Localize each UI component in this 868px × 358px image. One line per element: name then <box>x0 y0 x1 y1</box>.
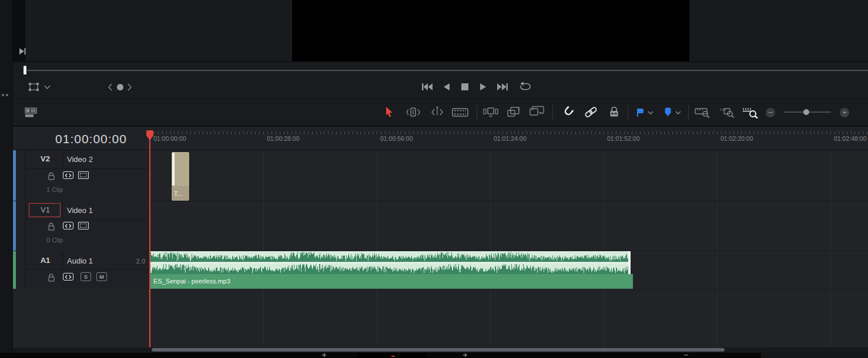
ruler-timecode-label: 01:01:52:00 <box>607 135 639 142</box>
overwrite-clip-icon[interactable] <box>506 106 521 117</box>
bottom-panel-fragment <box>761 353 868 358</box>
last-frame-button[interactable] <box>497 83 508 91</box>
viewer-scrubber-handle[interactable] <box>24 66 26 75</box>
marker-dot-icon[interactable] <box>117 84 123 90</box>
insert-clip-icon[interactable] <box>483 107 498 117</box>
position-lock-icon[interactable] <box>608 106 621 117</box>
ruler-tick <box>826 131 827 134</box>
transform-tool-icon[interactable] <box>28 82 39 92</box>
ruler-tick <box>401 131 401 134</box>
ruler-tick <box>587 131 588 134</box>
track-autoselect-button[interactable] <box>63 222 73 229</box>
play-reverse-button[interactable] <box>443 83 450 91</box>
ruler-tick <box>721 131 722 134</box>
ruler-tick <box>296 131 296 134</box>
first-frame-button[interactable] <box>421 83 433 91</box>
track-lock-icon[interactable] <box>47 172 56 180</box>
playhead-timecode: 01:00:00:00 <box>35 132 147 146</box>
track-autoselect-button[interactable] <box>63 273 73 281</box>
viewer-scrubber-track[interactable] <box>27 70 868 71</box>
ruler-tick <box>782 131 782 134</box>
ruler-tick <box>441 131 442 134</box>
track-autoselect-button[interactable] <box>63 171 73 179</box>
ruler-tick <box>774 131 775 134</box>
ruler-tick <box>381 131 381 134</box>
flag-dropdown-chevron-icon[interactable] <box>648 111 653 114</box>
ruler-tick <box>199 131 199 134</box>
ruler-tick <box>458 131 458 134</box>
track-lock-icon[interactable] <box>47 222 56 231</box>
ruler-tick <box>693 131 693 134</box>
ruler-tick <box>762 131 762 134</box>
next-marker-icon[interactable] <box>127 83 132 91</box>
loop-playback-button[interactable] <box>519 81 532 92</box>
ruler-tick <box>263 131 264 134</box>
snapping-magnet-icon[interactable] <box>561 106 575 118</box>
timeline-ruler[interactable]: 01:00:00:0001:00:28:0001:00:56:0001:01:2… <box>150 127 868 150</box>
ruler-tick <box>661 131 661 134</box>
timeline-view-options-icon[interactable] <box>25 107 37 118</box>
zoom-out-button[interactable]: – <box>766 108 775 117</box>
zoom-slider-thumb[interactable] <box>803 109 809 115</box>
audio-clip[interactable]: ES_Senpai - peerless.mp3 <box>150 251 633 289</box>
ruler-tick <box>709 131 709 134</box>
track-mute-button[interactable]: M <box>96 272 107 281</box>
track-clip-count: 0 Clip <box>46 237 63 244</box>
ruler-tick <box>835 131 835 134</box>
track-solo-button[interactable]: S <box>81 272 91 281</box>
timeline-hscrollbar-thumb[interactable] <box>152 348 725 352</box>
selection-mode-icon[interactable] <box>385 106 394 117</box>
replace-clip-icon[interactable] <box>529 106 545 117</box>
ruler-tick <box>514 131 515 134</box>
ruler-tick <box>595 131 596 134</box>
playhead-marker[interactable] <box>145 130 155 141</box>
link-clips-icon[interactable] <box>584 107 598 117</box>
ruler-tick <box>818 131 819 134</box>
title-clip[interactable]: T... <box>172 152 189 201</box>
ruler-tick <box>539 131 539 134</box>
track-header-v2[interactable]: V2 Video 2 1 Clip <box>13 150 150 201</box>
ruler-tick <box>357 131 357 134</box>
ruler-tick <box>300 131 300 134</box>
marker-icon[interactable] <box>663 107 672 117</box>
zoom-full-extent-icon[interactable] <box>695 107 711 118</box>
ruler-tick <box>267 131 268 134</box>
panel-drag-handle[interactable] <box>2 93 11 97</box>
ruler-tick <box>239 131 240 134</box>
ruler-timecode-label: 01:00:00:00 <box>153 135 186 142</box>
transform-dropdown-chevron-icon[interactable] <box>44 85 51 89</box>
ruler-tick <box>632 131 632 134</box>
playhead-line[interactable] <box>149 131 150 347</box>
ruler-tick <box>798 131 799 134</box>
track-enable-button[interactable] <box>78 171 89 179</box>
trim-edit-mode-icon[interactable] <box>405 107 421 117</box>
track-header-a1[interactable]: A1 Audio 1 2.0 S M <box>13 251 150 289</box>
zoom-in-button[interactable]: + <box>840 108 849 117</box>
ruler-tick <box>689 131 689 134</box>
stop-button[interactable] <box>461 83 469 91</box>
track-lock-icon[interactable] <box>47 273 56 282</box>
ruler-tick <box>490 131 491 134</box>
skip-end-icon[interactable] <box>18 48 26 55</box>
track-enable-button[interactable] <box>78 222 89 229</box>
dynamic-trim-mode-icon[interactable] <box>430 106 445 117</box>
zoom-detail-icon[interactable] <box>719 107 735 118</box>
track-header-v1[interactable]: V1 Video 1 0 Clip <box>13 201 150 251</box>
title-clip-left-edge[interactable] <box>172 153 175 185</box>
flag-icon[interactable] <box>636 108 645 117</box>
razor-edit-mode-icon[interactable] <box>452 108 468 117</box>
ruler-tick <box>219 131 219 134</box>
ruler-tick <box>207 131 207 134</box>
ruler-tick <box>676 131 677 134</box>
marker-dropdown-chevron-icon[interactable] <box>675 111 681 114</box>
ruler-tick <box>210 131 211 134</box>
ruler-tick <box>738 131 738 134</box>
ruler-tick <box>332 131 333 134</box>
zoom-custom-icon[interactable] <box>742 107 759 119</box>
prev-marker-icon[interactable] <box>108 83 113 91</box>
play-forward-button[interactable] <box>480 83 487 91</box>
ruler-tick <box>790 131 790 134</box>
ruler-tick <box>393 131 394 134</box>
ruler-tick <box>470 131 471 134</box>
audio-clip-right-edge[interactable] <box>628 251 631 274</box>
